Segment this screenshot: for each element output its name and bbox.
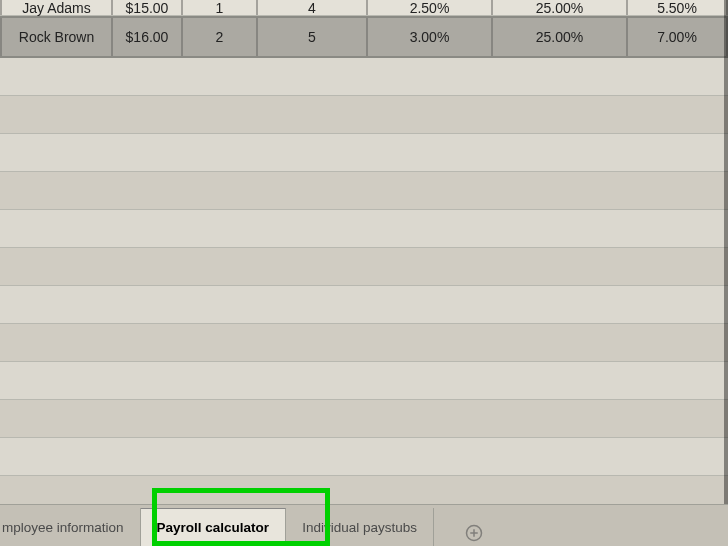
empty-row[interactable] (0, 400, 728, 438)
empty-row[interactable] (0, 58, 728, 96)
empty-row[interactable] (0, 172, 728, 210)
cell[interactable]: 5 (258, 18, 368, 56)
empty-row[interactable] (0, 96, 728, 134)
table-row[interactable]: Jay Adams $15.00 1 4 2.50% 25.00% 5.50% (0, 0, 728, 16)
cell-name[interactable]: Jay Adams (0, 0, 113, 15)
cell[interactable]: 7.00% (628, 18, 728, 56)
empty-row[interactable] (0, 134, 728, 172)
grid-area[interactable]: Jay Adams $15.00 1 4 2.50% 25.00% 5.50% … (0, 0, 728, 504)
cell-name[interactable]: Rock Brown (0, 18, 113, 56)
empty-row[interactable] (0, 210, 728, 248)
cell[interactable]: 5.50% (628, 0, 728, 15)
add-sheet-button[interactable] (454, 524, 494, 546)
empty-row[interactable] (0, 324, 728, 362)
tab-payroll-calculator[interactable]: Payroll calculator (141, 508, 287, 546)
cell[interactable]: $15.00 (113, 0, 183, 15)
spreadsheet-app: Jay Adams $15.00 1 4 2.50% 25.00% 5.50% … (0, 0, 728, 546)
cell[interactable]: 25.00% (493, 0, 628, 15)
cell[interactable]: 2.50% (368, 0, 493, 15)
tab-employee-information[interactable]: mployee information (0, 508, 141, 546)
cell[interactable]: 25.00% (493, 18, 628, 56)
cell[interactable]: 4 (258, 0, 368, 15)
plus-circle-icon (465, 524, 483, 546)
sheet-tab-bar: mployee information Payroll calculator I… (0, 504, 728, 546)
cell[interactable]: 1 (183, 0, 258, 15)
empty-row[interactable] (0, 286, 728, 324)
table-row[interactable]: Rock Brown $16.00 2 5 3.00% 25.00% 7.00% (0, 16, 728, 58)
cell[interactable]: 2 (183, 18, 258, 56)
tab-individual-paystubs[interactable]: Individual paystubs (286, 508, 434, 546)
cell[interactable]: $16.00 (113, 18, 183, 56)
empty-row[interactable] (0, 438, 728, 476)
empty-row[interactable] (0, 248, 728, 286)
cell[interactable]: 3.00% (368, 18, 493, 56)
empty-row[interactable] (0, 362, 728, 400)
vertical-scrollbar[interactable] (724, 0, 728, 504)
